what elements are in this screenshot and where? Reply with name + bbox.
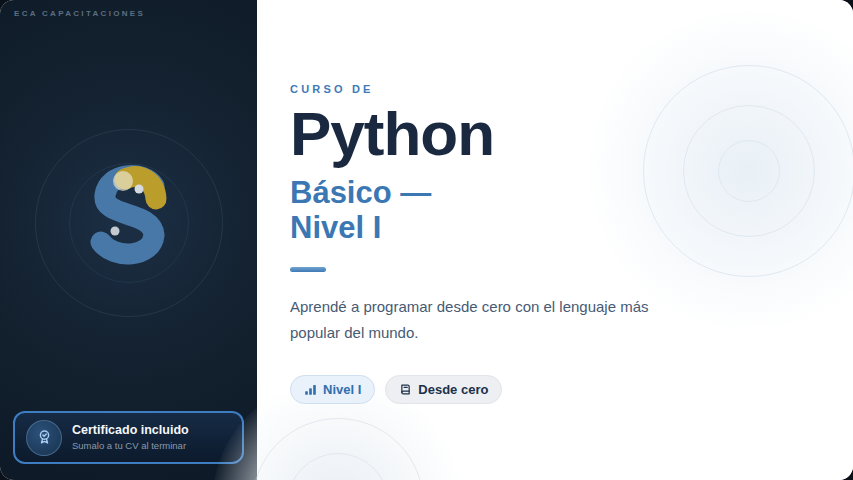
badges-row: Nivel I Desde cero xyxy=(290,375,710,404)
brand-name: ECA CAPACITACIONES xyxy=(14,9,145,18)
course-subtitle-line1: Básico — xyxy=(290,175,431,210)
course-title: Python xyxy=(290,103,710,165)
certificate-subtitle: Sumalo a tu CV al terminar xyxy=(72,440,189,452)
book-icon xyxy=(399,383,412,396)
course-subtitle: Básico — Nivel I xyxy=(290,175,710,245)
certificate-icon-circle xyxy=(26,420,62,456)
hero-content: CURSO DE Python Básico — Nivel I Aprendé… xyxy=(290,83,710,404)
badge-desde-cero[interactable]: Desde cero xyxy=(385,375,502,404)
accent-divider xyxy=(290,267,326,272)
medal-icon xyxy=(35,428,54,447)
level-icon xyxy=(304,383,317,396)
snake-s-logo-icon xyxy=(68,152,188,272)
certificate-card: Certificado incluido Sumalo a tu CV al t… xyxy=(13,411,244,464)
eyebrow-label: CURSO DE xyxy=(290,83,710,95)
certificate-title: Certificado incluido xyxy=(72,423,189,439)
hero-panel: CURSO DE Python Básico — Nivel I Aprendé… xyxy=(257,0,853,480)
left-brand-panel: ECA CAPACITACIONES Certificado incluido … xyxy=(0,0,257,480)
course-subtitle-line2: Nivel I xyxy=(290,210,381,245)
course-description: Aprendé a programar desde cero con el le… xyxy=(290,294,670,347)
course-landing-page: ECA CAPACITACIONES Certificado incluido … xyxy=(0,0,853,480)
certificate-text: Certificado incluido Sumalo a tu CV al t… xyxy=(72,423,189,452)
badge-desde-cero-label: Desde cero xyxy=(418,382,488,397)
badge-nivel-label: Nivel I xyxy=(323,382,361,397)
badge-nivel[interactable]: Nivel I xyxy=(290,375,375,404)
